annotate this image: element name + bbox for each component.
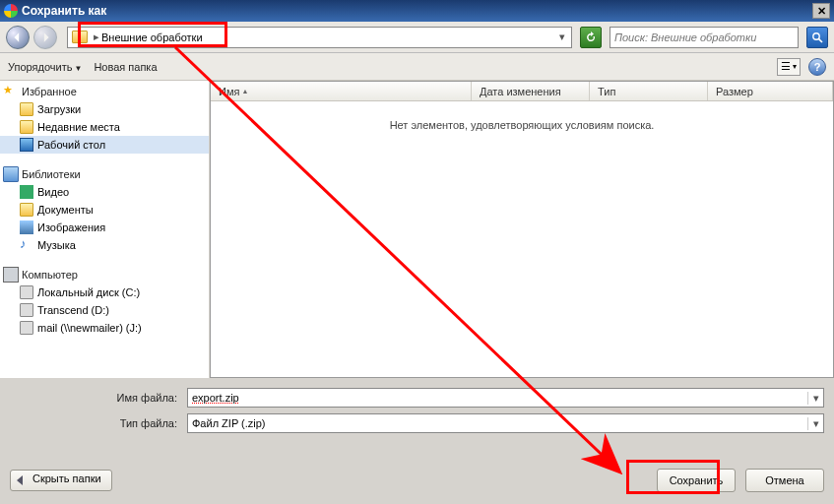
form-area: Имя файла: ▾ Тип файла: ▾ — [0, 378, 834, 445]
titlebar: Сохранить как ✕ — [0, 0, 834, 22]
filename-input[interactable] — [188, 392, 807, 404]
cancel-button[interactable]: Отмена — [745, 469, 824, 492]
refresh-button[interactable] — [580, 27, 602, 48]
filetype-label: Тип файла: — [10, 417, 187, 429]
sidebar-item-network-drive[interactable]: mail (\\newmailer) (J:) — [0, 319, 209, 337]
breadcrumb-path: Внешние обработки — [101, 32, 203, 43]
forward-button[interactable] — [33, 26, 57, 49]
filename-dropdown[interactable]: ▾ — [807, 392, 823, 405]
document-icon — [20, 203, 33, 217]
sidebar-item-drive-c[interactable]: Локальный диск (C:) — [0, 284, 209, 301]
sidebar-group-computer[interactable]: Компьютер — [0, 266, 209, 284]
chevron-down-icon[interactable]: ▾ — [559, 31, 565, 43]
sidebar-group-favorites[interactable]: ★Избранное — [0, 83, 209, 100]
hide-folders-button[interactable]: Скрыть папки — [10, 470, 112, 491]
sort-asc-icon: ▲ — [241, 88, 248, 94]
filetype-dropdown[interactable]: ▾ — [807, 417, 823, 430]
sidebar-item-drive-d[interactable]: Transcend (D:) — [0, 301, 209, 319]
network-drive-icon — [20, 321, 33, 335]
drive-icon — [20, 303, 33, 317]
window-title: Сохранить как — [22, 4, 812, 18]
computer-icon — [3, 267, 19, 283]
svg-point-0 — [813, 32, 819, 38]
search-box[interactable] — [609, 27, 799, 48]
search-button[interactable] — [806, 27, 828, 48]
sidebar-group-libraries[interactable]: Библиотеки — [0, 165, 209, 183]
main-area: ★Избранное Загрузки Недавние места Рабоч… — [0, 81, 834, 378]
close-button[interactable]: ✕ — [812, 3, 830, 19]
sidebar-item-video[interactable]: Видео — [0, 183, 209, 201]
col-type[interactable]: Тип — [590, 82, 708, 100]
button-row: Скрыть папки Сохранить Отмена — [10, 469, 824, 492]
sidebar-item-pictures[interactable]: Изображения — [0, 219, 209, 236]
app-icon — [4, 4, 18, 18]
sidebar-item-documents[interactable]: Документы — [0, 201, 209, 219]
nav-row: ▸ Внешние обработки ▾ — [0, 22, 834, 53]
column-headers: Имя▲ Дата изменения Тип Размер — [211, 82, 833, 101]
filetype-field[interactable]: ▾ — [187, 413, 824, 433]
help-button[interactable]: ? — [808, 58, 826, 76]
folder-icon — [72, 31, 88, 43]
empty-message: Нет элементов, удовлетворяющих условиям … — [211, 119, 833, 131]
back-button[interactable] — [6, 26, 30, 49]
picture-icon — [20, 220, 33, 234]
star-icon: ★ — [3, 84, 19, 99]
save-button[interactable]: Сохранить — [657, 469, 736, 492]
sidebar-item-downloads[interactable]: Загрузки — [0, 100, 209, 118]
filename-label: Имя файла: — [10, 392, 187, 404]
sidebar-item-recent[interactable]: Недавние места — [0, 118, 209, 136]
organize-menu[interactable]: Упорядочить▼ — [8, 61, 82, 73]
folder-icon — [20, 120, 33, 134]
chevron-right-icon: ▸ — [94, 31, 99, 43]
sidebar-item-desktop[interactable]: Рабочий стол — [0, 136, 209, 154]
video-icon — [20, 185, 33, 199]
toolbar: Упорядочить▼ Новая папка ☰▾ ? — [0, 53, 834, 81]
breadcrumb[interactable]: ▸ Внешние обработки ▾ — [67, 27, 572, 48]
svg-line-1 — [819, 38, 822, 41]
col-date[interactable]: Дата изменения — [472, 82, 590, 100]
file-list-area: Имя▲ Дата изменения Тип Размер Нет элеме… — [210, 81, 834, 378]
folder-icon — [20, 102, 33, 116]
library-icon — [3, 166, 19, 182]
sidebar: ★Избранное Загрузки Недавние места Рабоч… — [0, 81, 210, 378]
desktop-icon — [20, 138, 33, 152]
music-icon: ♪ — [20, 238, 33, 252]
col-size[interactable]: Размер — [708, 82, 833, 100]
filename-field[interactable]: ▾ — [187, 388, 824, 408]
sidebar-item-music[interactable]: ♪Музыка — [0, 236, 209, 254]
new-folder-button[interactable]: Новая папка — [94, 61, 157, 73]
col-name[interactable]: Имя▲ — [211, 82, 472, 100]
filetype-input[interactable] — [188, 417, 807, 429]
view-options-button[interactable]: ☰▾ — [777, 58, 801, 76]
search-input[interactable] — [610, 32, 798, 43]
drive-icon — [20, 285, 33, 299]
